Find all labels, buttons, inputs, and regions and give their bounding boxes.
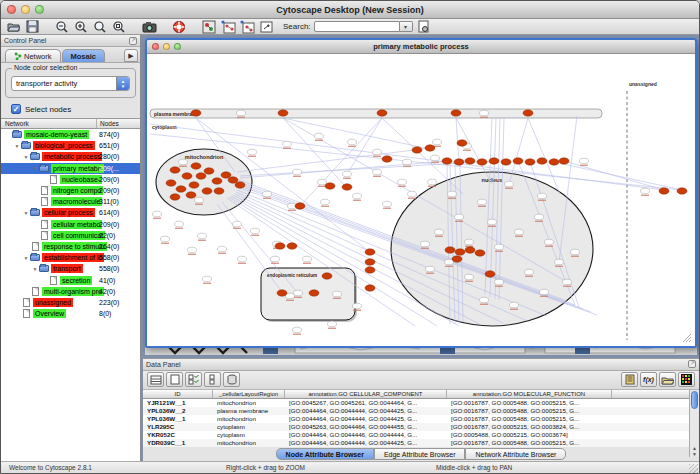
graph-node[interactable] xyxy=(454,159,464,165)
graph-node[interactable] xyxy=(365,285,375,291)
graph-node[interactable] xyxy=(295,203,305,209)
graph-node[interactable] xyxy=(425,145,435,151)
graph-node[interactable] xyxy=(382,156,392,162)
graph-node[interactable] xyxy=(277,290,287,296)
graph-node[interactable] xyxy=(189,182,199,188)
graph-node[interactable] xyxy=(641,188,650,194)
graph-node[interactable] xyxy=(535,214,544,220)
tree-row[interactable]: ▼primary metabo209(... xyxy=(1,163,140,174)
graph-node[interactable] xyxy=(333,291,342,297)
graph-node[interactable] xyxy=(426,266,435,272)
graph-node[interactable] xyxy=(328,321,337,327)
graph-node[interactable] xyxy=(228,177,238,183)
graph-node[interactable] xyxy=(442,158,452,164)
graph-node[interactable] xyxy=(235,182,245,188)
tree-expand-icon[interactable]: ▼ xyxy=(22,255,30,261)
network-tree[interactable]: mosaic-demo-yeast874(0)▼biological_proce… xyxy=(1,129,140,461)
graph-node[interactable] xyxy=(571,249,580,255)
tree-row[interactable]: ▼establishment of lo558(0) xyxy=(1,252,140,263)
tab-node-attribute-browser[interactable]: Node Attribute Browser xyxy=(276,448,374,460)
zoom-selected-icon[interactable] xyxy=(111,20,127,34)
graph-node[interactable] xyxy=(251,228,260,234)
graph-node[interactable] xyxy=(412,147,422,153)
graph-node[interactable] xyxy=(294,290,303,296)
tree-row[interactable]: Overview8(0) xyxy=(1,308,140,319)
network-close-button[interactable] xyxy=(152,43,159,50)
help-lifering-icon[interactable] xyxy=(171,20,187,34)
tree-row[interactable]: multi-organism pro42(0) xyxy=(1,286,140,297)
graph-node[interactable] xyxy=(475,250,485,256)
graph-node[interactable] xyxy=(580,158,589,164)
zoom-button[interactable] xyxy=(35,5,44,14)
vizmapper-icon[interactable] xyxy=(201,20,217,34)
graph-node[interactable] xyxy=(435,229,444,235)
graph-node[interactable] xyxy=(170,167,180,173)
graph-node[interactable] xyxy=(191,163,201,169)
table-row[interactable]: YLR295Ccytoplasm[GO:0045263, GO:0044464,… xyxy=(143,423,699,431)
graph-node[interactable] xyxy=(293,169,302,175)
table-row[interactable]: YPL036W__2plasma membrane[GO:0044464, GO… xyxy=(143,407,699,415)
graph-node[interactable] xyxy=(221,172,231,178)
column-header[interactable]: _cellularLayoutRegion xyxy=(213,390,285,398)
graph-node[interactable] xyxy=(537,158,547,164)
graph-node[interactable] xyxy=(465,158,475,164)
graph-node[interactable] xyxy=(283,141,292,147)
graph-node[interactable] xyxy=(287,243,297,249)
graph-node[interactable] xyxy=(659,188,669,194)
new-attribute-icon[interactable] xyxy=(166,372,183,387)
graph-node[interactable] xyxy=(204,168,214,174)
select-nodes-checkbox[interactable]: ✓ xyxy=(11,104,21,114)
network-canvas[interactable]: plasma membranecytoplasmmitochondrionnuc… xyxy=(147,54,695,346)
open-session-icon[interactable] xyxy=(5,20,21,34)
graph-node[interactable] xyxy=(238,256,247,262)
graph-node[interactable] xyxy=(202,188,212,194)
network-view-window[interactable]: primary metabolic process plasma membran… xyxy=(145,38,697,348)
table-row[interactable]: YDR039C__1mitochondrion[GO:0044464, GO:0… xyxy=(143,439,699,447)
graph-node[interactable] xyxy=(563,279,572,285)
graph-node[interactable] xyxy=(275,243,285,249)
network-zoom-button[interactable] xyxy=(174,43,181,50)
control-panel-float-icon[interactable] xyxy=(129,37,137,45)
graph-node[interactable] xyxy=(538,193,547,199)
zoom-fit-icon[interactable] xyxy=(92,20,108,34)
graph-node[interactable] xyxy=(343,171,352,177)
graph-node[interactable] xyxy=(398,179,407,185)
graph-node[interactable] xyxy=(477,159,487,165)
graph-node[interactable] xyxy=(278,110,288,116)
network-from-selected-icon[interactable] xyxy=(220,20,236,34)
graph-node[interactable] xyxy=(501,159,511,165)
tree-expand-icon[interactable]: ▼ xyxy=(31,165,39,171)
close-button[interactable] xyxy=(7,5,16,14)
graph-node[interactable] xyxy=(353,303,362,309)
graph-node[interactable] xyxy=(322,273,332,279)
tree-row[interactable]: mosaic-demo-yeast874(0) xyxy=(1,129,140,140)
graph-node[interactable] xyxy=(365,267,375,273)
graph-node[interactable] xyxy=(373,149,382,155)
graph-node[interactable] xyxy=(465,274,474,280)
graph-node[interactable] xyxy=(555,259,564,265)
graph-node[interactable] xyxy=(248,149,257,155)
graph-node[interactable] xyxy=(403,159,412,165)
graph-node[interactable] xyxy=(153,211,162,217)
graph-node[interactable] xyxy=(203,276,212,282)
network-minimize-button[interactable] xyxy=(163,43,170,50)
column-header[interactable]: annotation.GO MOLECULAR_FUNCTION xyxy=(447,390,612,398)
snapshot-camera-icon[interactable] xyxy=(141,20,157,34)
search-options-icon[interactable] xyxy=(416,20,432,34)
graph-node[interactable] xyxy=(309,290,319,296)
delete-attribute-icon[interactable] xyxy=(223,372,240,387)
graph-node[interactable] xyxy=(677,188,687,194)
tab-mosaic[interactable]: Mosaic xyxy=(62,49,105,62)
annotation-icon[interactable] xyxy=(258,20,274,34)
graph-node[interactable] xyxy=(175,221,184,227)
tree-row[interactable]: cell communicat22(0) xyxy=(1,230,140,241)
graph-node[interactable] xyxy=(455,249,465,255)
tab-network-attribute-browser[interactable]: Network Attribute Browser xyxy=(465,448,566,460)
graph-node[interactable] xyxy=(485,271,495,277)
minimize-button[interactable] xyxy=(21,5,30,14)
tree-row[interactable]: response to stimulu264(0) xyxy=(1,241,140,252)
graph-node[interactable] xyxy=(179,159,188,165)
table-row[interactable]: YJR121W__1mitochondrion[GO:0045267, GO:0… xyxy=(143,399,699,407)
graph-node[interactable] xyxy=(510,302,519,308)
graph-node[interactable] xyxy=(195,197,204,203)
